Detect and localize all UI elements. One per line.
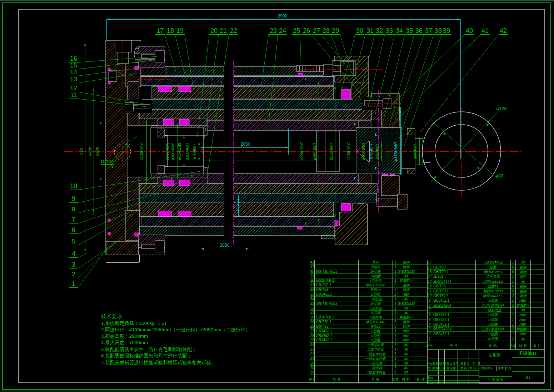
- svg-text:1: 1: [394, 311, 396, 315]
- svg-text:ø60H11/f9: ø60H11/f9: [177, 143, 181, 160]
- svg-text:1: 1: [512, 280, 514, 283]
- svg-text:标准化: 标准化: [446, 366, 456, 370]
- svg-text:1: 1: [394, 329, 396, 333]
- svg-text:20: 20: [310, 361, 314, 365]
- svg-text:8: 8: [72, 206, 75, 213]
- svg-text:GB/T70.1: GB/T70.1: [316, 320, 331, 324]
- svg-text:装配图: 装配图: [489, 353, 501, 357]
- svg-text:锻钢: 锻钢: [403, 265, 410, 269]
- svg-text:33: 33: [310, 302, 314, 306]
- svg-text:U型圈: U型圈: [371, 329, 380, 333]
- svg-text:1: 1: [512, 313, 514, 317]
- svg-text:1: 1: [394, 274, 396, 278]
- svg-text:聚氨酯-4: 聚氨酯-4: [399, 278, 413, 282]
- svg-text:组合垫圈: 组合垫圈: [486, 275, 500, 278]
- svg-text:36: 36: [310, 288, 314, 292]
- svg-text:2: 2: [428, 332, 431, 336]
- svg-text:1: 1: [394, 297, 396, 301]
- svg-text:6: 6: [394, 320, 396, 324]
- svg-text:GB/T10708.3: GB/T10708.3: [316, 302, 338, 306]
- svg-text:材 料: 材 料: [401, 377, 410, 381]
- svg-text:45: 45: [404, 370, 408, 374]
- svg-text:一级缸体内套: 一级缸体内套: [365, 352, 386, 356]
- svg-text:6: 6: [512, 284, 514, 288]
- svg-text:ø30H8/f7: ø30H8/f7: [375, 144, 379, 159]
- svg-text:GB/T93: GB/T93: [433, 284, 446, 288]
- svg-text:1: 1: [512, 260, 514, 264]
- svg-text:GB10708.1: GB10708.1: [316, 278, 334, 282]
- svg-text:14: 14: [70, 69, 77, 76]
- svg-text:小挡圈: 小挡圈: [370, 274, 381, 278]
- svg-text:13: 13: [428, 280, 432, 283]
- svg-text:ø120: ø120: [496, 106, 507, 111]
- svg-text:29: 29: [332, 27, 339, 34]
- svg-text:45: 45: [404, 297, 408, 301]
- svg-text:碳钢: 碳钢: [403, 325, 410, 328]
- svg-text:1: 1: [394, 357, 396, 361]
- svg-text:重量: 重量: [498, 366, 504, 370]
- svg-text:标记: 标记: [427, 362, 434, 365]
- svg-text:45: 45: [404, 306, 408, 310]
- svg-text:碳钢: 碳钢: [403, 283, 410, 287]
- svg-text:ø100H8/h7: ø100H8/h7: [139, 142, 144, 161]
- svg-text:330: 330: [79, 148, 84, 155]
- svg-text:U型圈: U型圈: [371, 334, 380, 338]
- svg-text:38: 38: [310, 278, 314, 282]
- svg-text:15: 15: [428, 270, 432, 274]
- svg-text:35: 35: [310, 292, 314, 296]
- svg-text:(年月日): (年月日): [436, 367, 446, 370]
- svg-text:ø44H6/f7: ø44H6/f7: [413, 144, 417, 159]
- svg-text:5: 5: [72, 238, 75, 245]
- svg-text:40: 40: [310, 270, 314, 273]
- svg-text:NBR: NBR: [519, 322, 526, 326]
- svg-text:NBR: NBR: [403, 334, 410, 338]
- svg-text:ø135H8/h7: ø135H8/h7: [394, 142, 398, 161]
- svg-text:碳钢: 碳钢: [520, 265, 527, 269]
- svg-text:NBR: NBR: [403, 292, 410, 296]
- svg-text:34: 34: [310, 297, 314, 301]
- svg-text:28: 28: [310, 325, 314, 328]
- svg-text:2: 2: [511, 294, 514, 298]
- svg-text:2900: 2900: [278, 14, 288, 19]
- svg-text:二级缸体内套: 二级缸体内套: [365, 370, 386, 374]
- svg-text:3.初始高度：2900mm: 3.初始高度：2900mm: [101, 333, 148, 339]
- svg-text:比例: 比例: [505, 366, 511, 370]
- svg-text:GB3452.1: GB3452.1: [433, 332, 449, 336]
- svg-text:7.装配完成后要进行性能试验和耐压试验等相关试验。: 7.装配完成后要进行性能试验和耐压试验等相关试验。: [101, 360, 216, 365]
- svg-text:U型圈: U型圈: [371, 338, 380, 342]
- svg-text:1: 1: [394, 306, 396, 310]
- svg-text:18: 18: [310, 370, 314, 374]
- svg-text:序号: 序号: [309, 377, 316, 381]
- svg-text:4: 4: [429, 322, 431, 326]
- svg-text:GB/T70.1: GB/T70.1: [316, 283, 331, 287]
- svg-text:16: 16: [70, 55, 77, 62]
- svg-text:11: 11: [70, 91, 77, 99]
- svg-text:螺钉M12X40: 螺钉M12X40: [366, 283, 385, 287]
- svg-text:1: 1: [394, 265, 396, 269]
- svg-text:3: 3: [429, 327, 431, 331]
- svg-text:多级油缸: 多级油缸: [518, 350, 537, 356]
- svg-text:ø75H8/f7: ø75H8/f7: [369, 143, 373, 159]
- svg-text:6: 6: [72, 226, 75, 233]
- svg-text:GB3452.1: GB3452.1: [433, 322, 449, 326]
- svg-text:聚氨酯-4: 聚氨酯-4: [399, 315, 413, 319]
- svg-text:1: 1: [512, 322, 514, 326]
- svg-text:6: 6: [512, 289, 514, 293]
- svg-text:45: 45: [404, 361, 408, 365]
- svg-text:组件: 组件: [520, 275, 527, 278]
- svg-text:JB/ZQ4264: JB/ZQ4264: [433, 303, 451, 307]
- svg-text:45: 45: [404, 357, 408, 361]
- svg-text:45: 45: [521, 280, 525, 283]
- svg-text:27: 27: [310, 329, 314, 333]
- svg-text:10: 10: [428, 294, 432, 298]
- svg-text:缸底盖: 缸底盖: [488, 337, 499, 341]
- svg-text:审核: 审核: [427, 376, 434, 380]
- svg-text:6: 6: [429, 313, 431, 317]
- svg-text:年、月、日: 年、月、日: [466, 362, 480, 365]
- svg-text:2050: 2050: [241, 142, 250, 147]
- svg-text:41: 41: [481, 27, 489, 34]
- svg-text:NBR: NBR: [403, 338, 410, 342]
- svg-text:39: 39: [443, 27, 450, 34]
- svg-text:数量: 数量: [392, 378, 399, 381]
- svg-text:共 张 第 张: 共 张 第 张: [488, 378, 503, 382]
